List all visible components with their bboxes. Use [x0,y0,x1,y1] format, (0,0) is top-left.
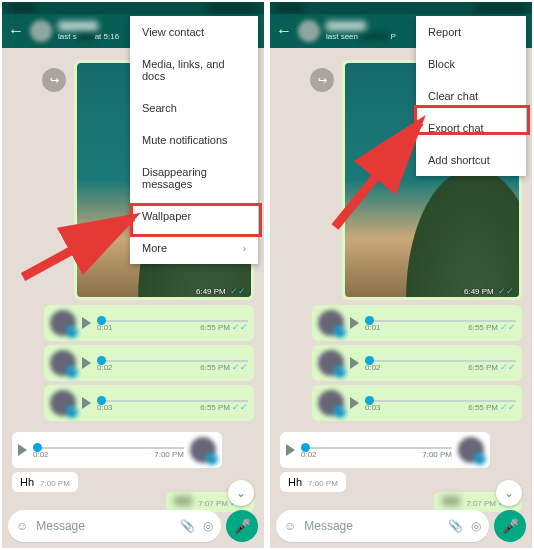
camera-icon[interactable]: ◎ [471,519,481,533]
voice-timestamp: 6:55 PM✓✓ [200,402,248,412]
menu-clear-chat[interactable]: Clear chat [416,80,526,112]
play-icon[interactable] [350,397,359,409]
voice-note-out[interactable]: 🎤 0:01 6:55 PM✓✓ [44,305,254,341]
scroll-down-button[interactable]: ⌄ [496,480,522,506]
voice-note-in[interactable]: 0:02 7:00 PM 🎤 [12,432,222,468]
message-text [442,496,460,506]
voice-duration: 0:02 [33,450,49,459]
play-icon[interactable] [18,444,27,456]
voice-track[interactable]: 0:03 6:55 PM✓✓ [97,396,248,410]
voice-avatar: 🎤 [318,350,344,376]
mic-button[interactable]: 🎤 [226,510,258,542]
voice-avatar: 🎤 [50,350,76,376]
mic-button[interactable]: 🎤 [494,510,526,542]
contact-status: last sat 5:16 [58,33,119,41]
menu-report[interactable]: Report [416,16,526,48]
back-icon[interactable]: ← [8,22,24,40]
text-message-in[interactable]: Hh 7:00 PM [12,472,78,492]
forward-icon[interactable]: ↪ [42,68,66,92]
message-input[interactable]: ☺ Message 📎 ◎ [8,510,221,542]
status-bar [270,2,532,14]
voice-duration: 0:02 [365,363,381,372]
voice-duration: 0:01 [365,323,381,332]
menu-search[interactable]: Search [130,92,258,124]
contact-avatar[interactable] [298,20,320,42]
menu-disappearing[interactable]: Disappearing messages [130,156,258,200]
voice-timestamp: 6:55 PM✓✓ [200,362,248,372]
contact-avatar[interactable] [30,20,52,42]
phone-right: ← last seen P Report Block Clear chat Ex… [270,2,532,548]
menu-media[interactable]: Media, links, and docs [130,48,258,92]
voice-avatar: 🎤 [50,310,76,336]
chevron-right-icon: › [243,243,246,254]
menu-wallpaper[interactable]: Wallpaper [130,200,258,232]
menu-view-contact[interactable]: View contact [130,16,258,48]
mic-icon: 🎤 [334,366,346,378]
menu-add-shortcut[interactable]: Add shortcut [416,144,526,176]
voice-track[interactable]: 0:02 7:00 PM [33,443,184,457]
voice-track[interactable]: 0:01 6:55 PM✓✓ [365,316,516,330]
input-bar: ☺ Message 📎 ◎ 🎤 [276,510,526,542]
play-icon[interactable] [82,357,91,369]
voice-note-in[interactable]: 0:02 7:00 PM 🎤 [280,432,490,468]
play-icon[interactable] [350,317,359,329]
menu-mute[interactable]: Mute notifications [130,124,258,156]
voice-avatar: 🎤 [318,310,344,336]
chevron-down-icon: ⌄ [504,486,514,500]
contact-name [326,21,366,31]
mic-icon: 🎤 [474,453,486,465]
voice-avatar: 🎤 [318,390,344,416]
menu-export-chat[interactable]: Export chat [416,112,526,144]
scroll-down-button[interactable]: ⌄ [228,480,254,506]
attach-icon[interactable]: 📎 [448,519,463,533]
mic-icon: 🎤 [502,518,519,534]
message-text [174,496,192,506]
voice-note-out[interactable]: 🎤 0:02 6:55 PM✓✓ [44,345,254,381]
voice-timestamp: 6:55 PM✓✓ [468,362,516,372]
voice-timestamp: 7:00 PM [422,450,452,459]
menu-more[interactable]: More› [130,232,258,264]
play-icon[interactable] [350,357,359,369]
voice-note-out[interactable]: 🎤 0:01 6:55 PM✓✓ [312,305,522,341]
message-text: Hh [20,476,34,488]
attach-icon[interactable]: 📎 [180,519,195,533]
forward-icon[interactable]: ↪ [310,68,334,92]
input-bar: ☺ Message 📎 ◎ 🎤 [8,510,258,542]
voice-note-out[interactable]: 🎤 0:03 6:55 PM✓✓ [312,385,522,421]
voice-duration: 0:03 [365,403,381,412]
emoji-icon[interactable]: ☺ [16,519,28,533]
play-icon[interactable] [286,444,295,456]
back-icon[interactable]: ← [276,22,292,40]
message-timestamp: 7:00 PM [40,479,70,488]
text-message-in[interactable]: Hh 7:00 PM [280,472,346,492]
voice-track[interactable]: 0:02 6:55 PM✓✓ [97,356,248,370]
header-text[interactable]: last seen P [326,21,396,41]
voice-timestamp: 6:55 PM✓✓ [468,322,516,332]
voice-note-out[interactable]: 🎤 0:03 6:55 PM✓✓ [44,385,254,421]
image-timestamp: 6:49 PM ✓✓ [196,286,246,296]
chevron-down-icon: ⌄ [236,486,246,500]
voice-track[interactable]: 0:02 7:00 PM [301,443,452,457]
voice-duration: 0:01 [97,323,113,332]
overflow-menu: View contact Media, links, and docs Sear… [130,16,258,264]
mic-icon: 🎤 [334,406,346,418]
message-input[interactable]: ☺ Message 📎 ◎ [276,510,489,542]
voice-track[interactable]: 0:03 6:55 PM✓✓ [365,396,516,410]
voice-track[interactable]: 0:02 6:55 PM✓✓ [365,356,516,370]
mic-icon: 🎤 [66,366,78,378]
voice-duration: 0:02 [301,450,317,459]
menu-block[interactable]: Block [416,48,526,80]
voice-duration: 0:03 [97,403,113,412]
emoji-icon[interactable]: ☺ [284,519,296,533]
contact-status: last seen P [326,33,396,41]
message-text: Hh [288,476,302,488]
voice-duration: 0:02 [97,363,113,372]
mic-icon: 🎤 [334,326,346,338]
voice-track[interactable]: 0:01 6:55 PM✓✓ [97,316,248,330]
play-icon[interactable] [82,317,91,329]
message-placeholder: Message [304,519,440,533]
header-text[interactable]: last sat 5:16 [58,21,119,41]
voice-note-out[interactable]: 🎤 0:02 6:55 PM✓✓ [312,345,522,381]
camera-icon[interactable]: ◎ [203,519,213,533]
play-icon[interactable] [82,397,91,409]
